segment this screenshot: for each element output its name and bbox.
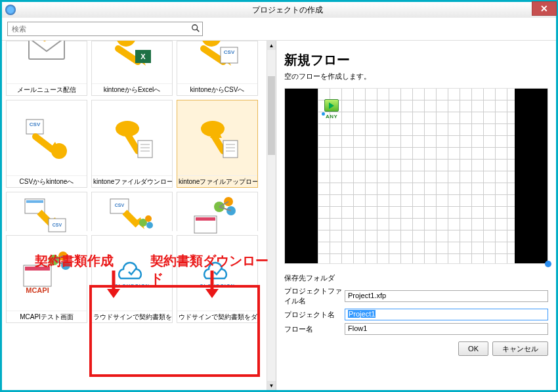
close-icon: ✕ [540, 3, 548, 14]
template-tile-cloudsign-download[interactable]: CLOUDSIGN ウドサインで契約書類をダウンロ [177, 235, 258, 323]
template-tile[interactable]: MCAPI MCAPIテスト画面 [6, 235, 87, 323]
search-icon [191, 24, 200, 33]
svg-rect-17 [138, 141, 152, 158]
kintone-excel-icon: X [105, 41, 159, 70]
kintone-multi-icon: CSV [20, 192, 74, 240]
svg-text:CSV: CSV [30, 121, 41, 127]
svg-text:CSV: CSV [53, 223, 62, 227]
kintone-csv-icon: CSV [190, 41, 244, 70]
template-grid-panel: メールニュース配信 X kintoneからExcelへ CSV kintoneか… [2, 41, 276, 390]
preview-description: 空のフローを作成します。 [284, 72, 548, 81]
project-name-input[interactable]: Project1 [345, 309, 548, 320]
grid-scrollbar[interactable]: ▲ ▼ [267, 41, 276, 390]
flow-name-label: フロー名 [284, 324, 345, 334]
preview-heading: 新規フロー [284, 51, 548, 69]
svg-text:CSV: CSV [224, 49, 235, 55]
cloudsign-icon: CLOUDSIGN [105, 250, 159, 297]
svg-rect-2 [29, 41, 64, 59]
kintone-multi-icon: CSV [105, 192, 159, 240]
csv-kintone-icon: CSV [20, 114, 74, 162]
svg-point-36 [145, 215, 152, 222]
tile-label: kintoneファイルアップロード [177, 175, 257, 187]
resize-handle-icon[interactable] [545, 261, 551, 267]
scroll-down-icon[interactable]: ▼ [267, 381, 276, 390]
flow-canvas[interactable]: ANY [318, 89, 515, 263]
svg-rect-28 [26, 200, 43, 203]
template-tile[interactable]: メールニュース配信 [6, 41, 87, 96]
project-file-label: プロジェクトファイル名 [284, 286, 345, 306]
svg-text:CSV: CSV [115, 203, 125, 207]
svg-text:MCAPI: MCAPI [26, 286, 49, 294]
svg-text:CLOUDSIGN: CLOUDSIGN [114, 283, 150, 289]
template-tile[interactable]: X kintoneからExcelへ [91, 41, 173, 96]
project-name-label: プロジェクト名 [284, 310, 345, 320]
svg-rect-44 [25, 267, 50, 271]
svg-point-14 [51, 143, 67, 159]
scroll-up-icon[interactable]: ▲ [267, 41, 276, 50]
app-icon [5, 5, 16, 15]
mail-icon [20, 41, 74, 70]
tile-label: CSVからkintoneへ [7, 175, 87, 187]
scroll-thumb[interactable] [268, 76, 275, 155]
svg-point-0 [192, 25, 198, 30]
project-file-input[interactable]: Project1.xfp [345, 290, 548, 302]
tile-label: kintoneからExcelへ [92, 83, 172, 95]
flow-icon [190, 192, 244, 240]
cloudsign-icon: CLOUDSIGN [190, 250, 244, 297]
close-button[interactable]: ✕ [532, 1, 557, 16]
start-node-icon[interactable] [324, 99, 339, 112]
project-form: 保存先フォルダ プロジェクトファイル名 Project1.xfp プロジェクト名… [284, 272, 548, 338]
template-tile[interactable]: CSV kintoneからCSVへ [177, 41, 258, 96]
svg-point-37 [146, 222, 153, 229]
template-tile[interactable]: CSV [91, 192, 173, 231]
kintone-download-icon [105, 114, 159, 162]
svg-rect-39 [196, 217, 215, 221]
tile-label: ウドサインで契約書類をダウンロ [177, 311, 257, 322]
template-tile[interactable] [177, 192, 258, 231]
mcapi-icon: MCAPI [20, 250, 74, 297]
template-tile[interactable]: CSV [6, 192, 87, 231]
kintone-upload-icon [190, 114, 244, 162]
tile-label: kintoneからCSVへ [177, 83, 257, 95]
window: プロジェクトの作成 ✕ メールニュース配信 X kintoneからExcelへ [0, 0, 558, 392]
window-title: プロジェクトの作成 [19, 5, 556, 16]
template-tile[interactable]: CSV CSVからkintoneへ [6, 100, 87, 188]
any-label: ANY [326, 114, 337, 120]
search-input[interactable] [7, 22, 203, 36]
right-panel: 新規フロー 空のフローを作成します。 ANY 保存先フォルダ プロジェクトフ [276, 41, 556, 390]
ok-button[interactable]: OK [458, 341, 488, 356]
titlebar: プロジェクトの作成 ✕ [2, 2, 556, 18]
tile-label: ラウドサインで契約書類を作成 [92, 311, 172, 322]
flow-preview: ANY [284, 88, 548, 264]
svg-text:X: X [140, 53, 146, 60]
cancel-button[interactable]: キャンセル [492, 341, 548, 356]
svg-rect-23 [223, 141, 238, 158]
tile-label: kintoneファイルダウンロード [92, 175, 172, 187]
search-bar [2, 18, 556, 41]
preview-right-margin [515, 89, 547, 263]
tile-label: MCAPIテスト画面 [7, 311, 87, 322]
flow-name-input[interactable]: Flow1 [345, 323, 548, 335]
folder-label: 保存先フォルダ [284, 273, 345, 283]
template-tile[interactable]: kintoneファイルダウンロード [91, 100, 173, 188]
folder-value [345, 272, 548, 284]
connector-dot-icon [322, 112, 325, 116]
svg-text:CLOUDSIGN: CLOUDSIGN [200, 283, 235, 289]
svg-line-1 [197, 30, 200, 32]
tile-label: メールニュース配信 [7, 83, 87, 95]
template-tile-selected[interactable]: kintoneファイルアップロード [177, 100, 258, 188]
template-tile-cloudsign-create[interactable]: CLOUDSIGN ラウドサインで契約書類を作成 [91, 235, 173, 323]
preview-left-margin [285, 89, 318, 263]
